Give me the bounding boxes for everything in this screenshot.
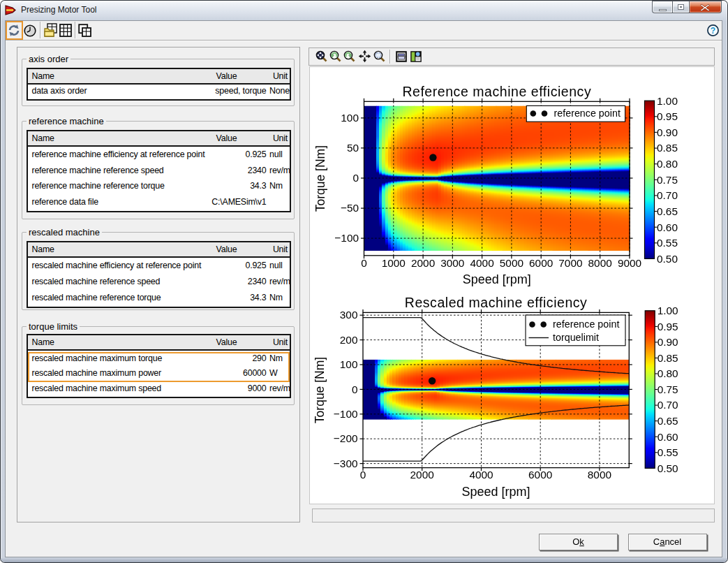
svg-text:0.80: 0.80 xyxy=(657,158,678,170)
svg-text:0.55: 0.55 xyxy=(658,446,678,458)
svg-text:6000: 6000 xyxy=(529,257,553,269)
svg-text:0.90: 0.90 xyxy=(657,126,678,138)
svg-text:−300: −300 xyxy=(334,458,358,469)
svg-text:0.55: 0.55 xyxy=(657,237,678,249)
svg-text:4000: 4000 xyxy=(469,469,493,481)
svg-text:0.80: 0.80 xyxy=(658,367,678,379)
svg-text:Torque [Nm]: Torque [Nm] xyxy=(313,357,327,423)
svg-text:0.50: 0.50 xyxy=(657,253,678,265)
svg-text:−100: −100 xyxy=(334,408,358,420)
svg-text:−200: −200 xyxy=(334,432,358,444)
svg-text:0.85: 0.85 xyxy=(657,142,678,154)
svg-text:0: 0 xyxy=(361,257,367,269)
svg-text:0.95: 0.95 xyxy=(658,321,678,332)
svg-text:0.60: 0.60 xyxy=(657,221,678,233)
svg-text:50: 50 xyxy=(347,142,359,154)
svg-text:5000: 5000 xyxy=(500,257,523,269)
svg-text:6000: 6000 xyxy=(528,469,552,481)
svg-text:1000: 1000 xyxy=(382,257,406,269)
svg-text:100: 100 xyxy=(341,112,359,124)
svg-text:300: 300 xyxy=(340,309,358,321)
svg-text:0.85: 0.85 xyxy=(658,352,678,364)
svg-text:0.90: 0.90 xyxy=(658,336,678,348)
svg-text:100: 100 xyxy=(340,358,358,370)
svg-text:3000: 3000 xyxy=(440,257,464,269)
svg-text:reference point: reference point xyxy=(554,108,621,119)
svg-text:torquelimit: torquelimit xyxy=(553,332,599,343)
svg-text:Speed [rpm]: Speed [rpm] xyxy=(463,272,531,286)
svg-text:200: 200 xyxy=(340,334,358,346)
svg-text:0.95: 0.95 xyxy=(657,110,678,122)
svg-text:0.65: 0.65 xyxy=(657,205,678,217)
svg-text:−100: −100 xyxy=(334,232,359,244)
svg-text:0.60: 0.60 xyxy=(658,431,678,443)
svg-text:8000: 8000 xyxy=(588,257,612,269)
svg-text:7000: 7000 xyxy=(558,257,582,269)
svg-text:Rescaled machine efficiency: Rescaled machine efficiency xyxy=(405,295,588,310)
svg-text:0.50: 0.50 xyxy=(658,462,678,474)
svg-text:9000: 9000 xyxy=(618,257,641,269)
svg-text:0: 0 xyxy=(352,172,359,184)
svg-text:0.70: 0.70 xyxy=(657,189,678,201)
svg-text:4000: 4000 xyxy=(470,257,493,269)
svg-text:reference point: reference point xyxy=(553,319,619,330)
svg-text:2000: 2000 xyxy=(411,257,435,269)
svg-text:0: 0 xyxy=(360,469,366,481)
svg-text:Speed [rpm]: Speed [rpm] xyxy=(462,485,530,499)
svg-text:0.65: 0.65 xyxy=(658,415,678,427)
svg-text:Torque [Nm]: Torque [Nm] xyxy=(314,145,328,212)
svg-text:2000: 2000 xyxy=(410,469,434,481)
svg-text:0: 0 xyxy=(352,383,358,395)
svg-text:Reference machine efficiency: Reference machine efficiency xyxy=(402,84,591,99)
svg-text:8000: 8000 xyxy=(588,469,611,481)
svg-text:1.00: 1.00 xyxy=(658,305,678,316)
svg-text:1.00: 1.00 xyxy=(657,95,678,107)
svg-text:0.75: 0.75 xyxy=(658,383,678,395)
svg-text:0.70: 0.70 xyxy=(658,399,678,411)
svg-text:0.75: 0.75 xyxy=(657,174,678,186)
svg-text:−50: −50 xyxy=(341,202,359,214)
